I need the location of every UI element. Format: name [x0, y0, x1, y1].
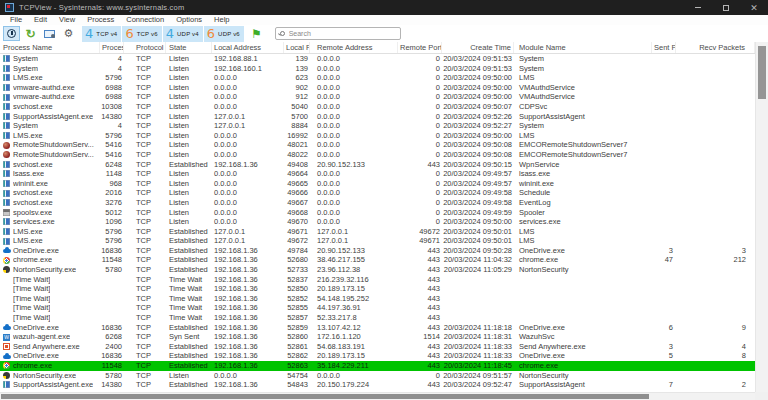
table-row[interactable]: SupportAssistAgent.exe14380TCPListen127.… — [0, 112, 755, 122]
horizontal-scrollbar-thumb[interactable] — [1, 394, 649, 399]
table-row[interactable]: NortonSecurity.exe5780TCPListen0.0.0.054… — [0, 371, 755, 381]
remote-port-cell: 0 — [398, 188, 442, 198]
recv-cell — [676, 140, 755, 150]
column-header-remote-address[interactable]: Remote Address — [310, 42, 398, 53]
toggle-udp-v6[interactable]: 6UDP v6 — [204, 26, 244, 42]
table-row[interactable]: chrome.exe11548TCPEstablished192.168.1.3… — [0, 255, 755, 265]
table-row[interactable]: svchost.exe6248TCPEstablished192.168.1.3… — [0, 160, 755, 170]
process-name-cell: wininit.exe — [0, 179, 100, 189]
vertical-scrollbar-thumb[interactable] — [758, 46, 766, 99]
process-name: System — [13, 64, 38, 74]
column-header-recv-packets[interactable]: Recv Packets — [676, 42, 755, 53]
menu-view[interactable]: View — [53, 15, 81, 25]
sent-cell — [652, 371, 676, 381]
column-header-local-address[interactable]: Local Address — [212, 42, 284, 53]
table-row[interactable]: RemoteShutdownServ...5416TCPListen0.0.0.… — [0, 150, 755, 160]
menu-connection[interactable]: Connection — [120, 15, 170, 25]
maximize-button[interactable] — [712, 0, 740, 15]
menu-edit[interactable]: Edit — [28, 15, 53, 25]
show-endpoints-button[interactable] — [41, 26, 58, 41]
table-row[interactable]: LMS.exe5796TCPEstablished127.0.0.1496711… — [0, 227, 755, 237]
recv-cell — [676, 179, 755, 189]
table-row[interactable]: vmware-authd.exe6988TCPListen0.0.0.09120… — [0, 92, 755, 102]
pid-cell: 6268 — [100, 332, 124, 342]
remote-addr-cell: 20.189.173.15 — [310, 351, 398, 361]
column-header-local-port[interactable]: Local Port — [284, 42, 310, 53]
states-filter-flag-icon[interactable]: ⚑ — [251, 28, 262, 40]
column-header-remote-port[interactable]: Remote Port — [398, 42, 442, 53]
protocol-cell: TCP — [124, 303, 166, 313]
close-button[interactable]: ✕ — [740, 0, 768, 15]
column-header-module-name[interactable]: Module Name — [514, 42, 652, 53]
module-cell: SupportAssistAgent — [514, 112, 652, 122]
table-row[interactable]: OneDrive.exe16836TCPEstablished192.168.1… — [0, 246, 755, 256]
table-row[interactable]: lsass.exe1148TCPListen0.0.0.0496640.0.0.… — [0, 169, 755, 179]
table-row[interactable]: [Time Wait]TCPTime Wait192.168.1.3652857… — [0, 313, 755, 323]
table-row[interactable]: RemoteShutdownServ...5416TCPListen0.0.0.… — [0, 140, 755, 150]
pid-cell: 4 — [100, 121, 124, 131]
column-header-state[interactable]: State — [166, 42, 212, 53]
protocol-cell: TCP — [124, 112, 166, 122]
table-row[interactable]: svchost.exe3276TCPListen0.0.0.0496670.0.… — [0, 198, 755, 208]
toggle-tcp-v4[interactable]: 4TCP v4 — [82, 26, 121, 42]
wazuh-icon — [3, 334, 10, 341]
menu-file[interactable]: File — [4, 15, 28, 25]
recv-cell — [676, 313, 755, 323]
column-header-sent-packets[interactable]: Sent Packets — [652, 42, 676, 53]
recv-cell — [676, 198, 755, 208]
window-controls: ✕ — [684, 0, 768, 15]
table-row[interactable]: svchost.exe10308TCPListen0.0.0.050400.0.… — [0, 102, 755, 112]
menu-options[interactable]: Options — [170, 15, 208, 25]
table-row[interactable]: wininit.exe968TCPListen0.0.0.0496650.0.0… — [0, 179, 755, 189]
remote-addr-cell: 0.0.0.0 — [310, 150, 398, 160]
table-row[interactable]: System4TCPListen192.168.160.11390.0.0.00… — [0, 64, 755, 74]
update-speed-button[interactable] — [3, 26, 20, 41]
state-cell: Listen — [166, 73, 212, 83]
table-row[interactable]: OneDrive.exe16836TCPEstablished192.168.1… — [0, 323, 755, 333]
pid-cell: 5780 — [100, 371, 124, 381]
table-row[interactable]: OneDrive.exe16836TCPEstablished192.168.1… — [0, 351, 755, 361]
local-addr-cell: 192.168.1.36 — [212, 246, 284, 256]
sent-cell — [652, 236, 676, 246]
table-row[interactable]: [Time Wait]TCPTime Wait192.168.1.3652852… — [0, 294, 755, 304]
menu-help[interactable]: Help — [208, 15, 235, 25]
table-row-selected[interactable]: chrome.exe11548TCPEstablished192.168.1.3… — [0, 361, 755, 371]
protocol-cell: TCP — [124, 83, 166, 93]
table-row[interactable]: LMS.exe5796TCPEstablished127.0.0.1496721… — [0, 236, 755, 246]
column-header-protocol[interactable]: Protocol — [124, 42, 166, 53]
column-header-process-id[interactable]: Process ID — [100, 42, 124, 53]
table-row[interactable]: [Time Wait]TCPTime Wait192.168.1.3652837… — [0, 275, 755, 285]
search-input[interactable] — [289, 30, 396, 37]
column-header-create-time[interactable]: Create Time — [442, 42, 514, 53]
table-row[interactable]: [Time Wait]TCPTime Wait192.168.1.3652855… — [0, 303, 755, 313]
menu-process[interactable]: Process — [81, 15, 120, 25]
table-row[interactable]: vmware-authd.exe6988TCPListen0.0.0.09020… — [0, 83, 755, 93]
vertical-scrollbar[interactable] — [755, 42, 768, 392]
table-row[interactable]: System4TCPListen192.168.88.11390.0.0.002… — [0, 54, 755, 64]
table-row[interactable]: svchost.exe2016TCPListen0.0.0.0496660.0.… — [0, 188, 755, 198]
state-cell: Time Wait — [166, 294, 212, 304]
refresh-button[interactable]: ↻ — [22, 26, 39, 41]
process-name-cell: services.exe — [0, 217, 100, 227]
minimize-button[interactable] — [684, 0, 712, 15]
table-row[interactable]: services.exe1096TCPListen0.0.0.0496700.0… — [0, 217, 755, 227]
table-row[interactable]: [Time Wait]TCPTime Wait192.168.1.3652850… — [0, 284, 755, 294]
table-row[interactable]: Send Anywhere.exe2400TCPEstablished192.1… — [0, 342, 755, 352]
horizontal-scrollbar[interactable] — [0, 392, 755, 400]
table-row[interactable]: LMS.exe5796TCPListen0.0.0.06230.0.0.0020… — [0, 73, 755, 83]
search-box[interactable] — [275, 27, 401, 40]
local-port-cell: 52680 — [284, 255, 310, 265]
toggle-tcp-v6[interactable]: 6TCP v6 — [122, 26, 161, 42]
table-row[interactable]: spoolsv.exe5012TCPListen0.0.0.0496680.0.… — [0, 208, 755, 218]
pid-cell: 16836 — [100, 246, 124, 256]
column-header-process-name[interactable]: Process Name — [0, 42, 100, 53]
table-row[interactable]: wazuh-agent.exe6268TCPSyn Sent192.168.1.… — [0, 332, 755, 342]
local-port-cell: 139 — [284, 64, 310, 74]
table-row[interactable]: System4TCPListen127.0.0.188840.0.0.0020/… — [0, 121, 755, 131]
process-name: wininit.exe — [13, 179, 48, 189]
toggle-udp-v4[interactable]: 4UDP v4 — [163, 26, 203, 42]
table-row[interactable]: SupportAssistAgent.exe14380TCPEstablishe… — [0, 380, 755, 390]
table-row[interactable]: LMS.exe5796TCPListen0.0.0.0169920.0.0.00… — [0, 131, 755, 141]
table-row[interactable]: NortonSecurity.exe5780TCPEstablished192.… — [0, 265, 755, 275]
options-button[interactable]: ⚙ — [60, 26, 77, 41]
